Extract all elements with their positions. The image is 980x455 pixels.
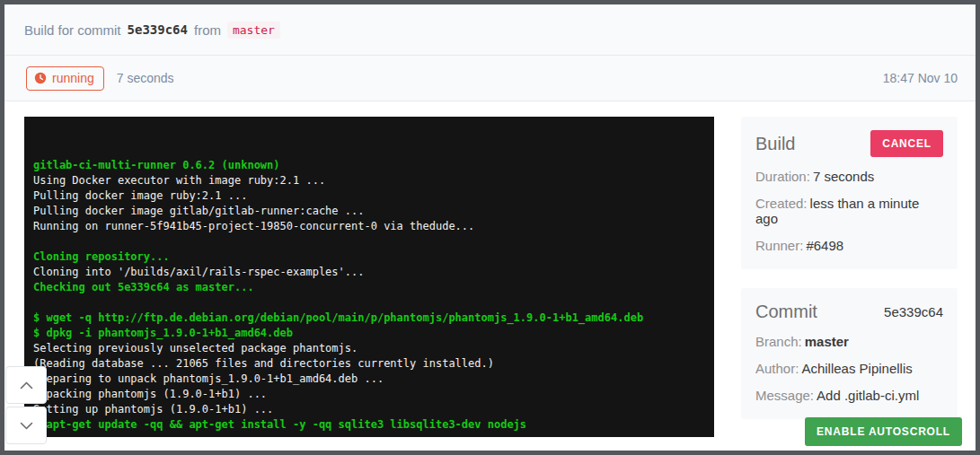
log-lines: gitlab-ci-multi-runner 0.6.2 (unknown)Us… — [33, 158, 705, 433]
log-line: Using Docker executor with image ruby:2.… — [33, 173, 705, 188]
commit-panel-title: Commit — [755, 302, 817, 322]
commit-info-row-label: Branch: — [755, 334, 802, 349]
build-panel-rows: Duration:7 secondsCreated:less than a mi… — [755, 169, 943, 253]
build-info-row: Created:less than a minute ago — [755, 196, 943, 226]
branch-tag: master — [227, 22, 280, 39]
build-info-row: Runner:#6498 — [755, 238, 943, 253]
commit-info-row-label: Message: — [755, 388, 814, 403]
log-line: Pulling docker image ruby:2.1 ... — [33, 188, 705, 204]
build-panel: Build CANCEL Duration:7 secondsCreated:l… — [741, 117, 958, 269]
commit-info-row: Message:Add .gitlab-ci.yml — [755, 388, 943, 403]
log-line: $ dpkg -i phantomjs_1.9.0-1+b1_amd64.deb — [33, 326, 705, 341]
build-info-row-value: #6498 — [806, 238, 843, 253]
status-timestamp: 18:47 Nov 10 — [883, 71, 958, 85]
commit-info-row: Author:Achilleas Pipinellis — [755, 361, 943, 376]
log-line: Preparing to unpack phantomjs_1.9.0-1+b1… — [33, 372, 705, 387]
build-page: Build for commit 5e339c64 from master ru… — [0, 0, 980, 455]
status-badge: running — [26, 66, 104, 91]
chevron-up-icon — [20, 381, 33, 389]
build-info-row-value: 7 seconds — [813, 169, 874, 184]
build-panel-title: Build — [755, 134, 795, 154]
commit-sha: 5e339c64 — [128, 22, 188, 37]
build-info-row: Duration:7 seconds — [755, 169, 943, 184]
commit-info-row-value: Achilleas Pipinellis — [801, 361, 912, 376]
build-info-row-label: Created: — [755, 196, 808, 211]
commit-info-row-label: Author: — [755, 361, 799, 376]
scroll-to-top-button[interactable] — [5, 366, 47, 404]
build-trace[interactable]: gitlab-ci-multi-runner 0.6.2 (unknown)Us… — [24, 117, 714, 437]
log-line: Running on runner-5f941b45-project-19850… — [33, 219, 705, 234]
log-line: $ apt-get update -qq && apt-get install … — [33, 417, 705, 433]
main-content: gitlab-ci-multi-runner 0.6.2 (unknown)Us… — [4, 101, 976, 437]
log-line: (Reading database ... 21065 files and di… — [33, 356, 705, 372]
commit-info-row: Branch:master — [755, 334, 943, 349]
clock-icon — [34, 72, 47, 84]
log-line — [33, 234, 705, 249]
log-line: Checking out 5e339c64 as master... — [33, 280, 705, 295]
build-info-row-label: Duration: — [755, 169, 810, 184]
status-label: running — [52, 71, 94, 85]
build-info-row-label: Runner: — [755, 238, 803, 253]
status-duration: 7 seconds — [117, 71, 174, 85]
log-line — [33, 295, 705, 311]
sidebar: Build CANCEL Duration:7 secondsCreated:l… — [741, 117, 958, 437]
cancel-button[interactable]: CANCEL — [870, 130, 943, 157]
commit-panel-sha: 5e339c64 — [884, 304, 943, 319]
scroll-to-bottom-button[interactable] — [5, 407, 47, 444]
log-line: Setting up phantomjs (1.9.0-1+b1) ... — [33, 402, 705, 417]
log-line: Pulling docker image gitlab/gitlab-runne… — [33, 204, 705, 219]
log-line: gitlab-ci-multi-runner 0.6.2 (unknown) — [33, 158, 705, 173]
log-line: Unpacking phantomjs (1.9.0-1+b1) ... — [33, 387, 705, 402]
commit-panel-rows: Branch:masterAuthor:Achilleas Pipinellis… — [755, 334, 943, 403]
log-line: $ wget -q http://ftp.de.debian.org/debia… — [33, 311, 705, 326]
commit-info-row-value: Add .gitlab-ci.yml — [817, 388, 919, 403]
log-line: Cloning into '/builds/axil/rails-rspec-e… — [33, 265, 705, 280]
from-label: from — [194, 22, 221, 38]
chevron-down-icon — [20, 422, 33, 430]
commit-info-row-value: master — [805, 334, 849, 349]
log-line: Selecting previously unselected package … — [33, 341, 705, 356]
build-for-commit-label: Build for commit — [24, 22, 121, 38]
status-bar: running 7 seconds 18:47 Nov 10 — [4, 56, 976, 101]
enable-autoscroll-button[interactable]: ENABLE AUTOSCROLL — [805, 417, 962, 446]
commit-panel: Commit 5e339c64 Branch:masterAuthor:Achi… — [741, 288, 958, 419]
log-line: Cloning repository... — [33, 249, 705, 265]
commit-header: Build for commit 5e339c64 from master — [4, 4, 976, 56]
